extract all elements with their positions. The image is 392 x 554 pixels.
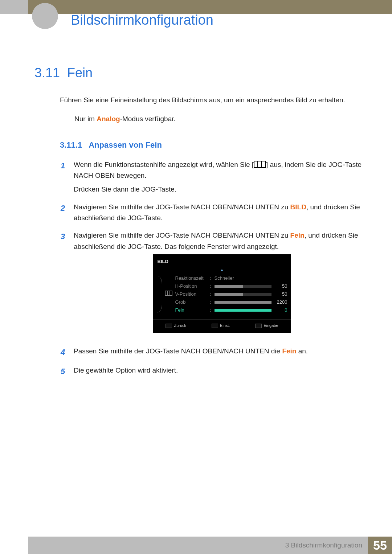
footer-chapter-ref: 3 Bildschirmkonfiguration: [285, 541, 362, 549]
osd-row-label: V-Position: [175, 291, 208, 298]
step: 3Navigieren Sie mithilfe der JOG-Taste N…: [61, 230, 370, 339]
emphasis: Fein: [282, 347, 296, 355]
osd-row: V-Position:50: [175, 290, 287, 298]
osd-footer-enter: Eingabe: [255, 323, 278, 329]
chapter-title: Bildschirmkonfiguration: [71, 12, 213, 28]
osd-row-value: 50: [274, 291, 287, 298]
step-body: Die gewählte Option wird aktiviert.: [74, 365, 370, 378]
osd-row-label: Fein: [175, 307, 208, 314]
osd-row-label: H-Position: [175, 283, 208, 290]
osd-row: H-Position:50: [175, 282, 287, 290]
content: 3.11 Fein Führen Sie eine Feineinstellun…: [34, 65, 370, 384]
osd-row-value: 0: [274, 307, 287, 314]
slider-track: [215, 285, 271, 288]
step-number: 1: [61, 159, 67, 195]
osd-slider: 50: [215, 283, 287, 290]
steps-list: 1Wenn die Funktionstastenhilfe angezeigt…: [61, 159, 370, 378]
footer-page-number: 55: [368, 537, 392, 554]
osd-slider: 0: [215, 307, 287, 314]
note: Nur im Analog-Modus verfügbar.: [74, 115, 370, 123]
step-number: 3: [61, 230, 67, 339]
step-body: Navigieren Sie mithilfe der JOG-Taste NA…: [74, 230, 370, 339]
menu-icon: [165, 291, 172, 296]
subsection-heading: 3.11.1 Anpassen von Fein: [60, 140, 370, 150]
page-footer: 3 Bildschirmkonfiguration 55: [0, 537, 392, 554]
osd-curve-decoration: [157, 276, 162, 313]
osd-footer-adjust: Einst.: [212, 323, 230, 329]
section-number: 3.11: [34, 65, 60, 81]
step-number: 5: [61, 365, 67, 378]
subsection-title: Anpassen von Fein: [89, 140, 162, 150]
header-bar: [0, 0, 392, 14]
osd-row: Reaktionszeit:Schneller: [175, 274, 287, 282]
menu-icon: [254, 161, 266, 168]
osd-row: Grob:2200: [175, 298, 287, 306]
osd-slider: 50: [215, 291, 287, 298]
step-body: Navigieren Sie mithilfe der JOG-Taste NA…: [74, 202, 370, 224]
osd-row-value: 50: [274, 283, 287, 290]
osd-footer-back: Zurück: [166, 323, 186, 329]
emphasis: Fein: [290, 231, 305, 239]
slider-track: [215, 301, 271, 304]
section-intro: Führen Sie eine Feineinstellung des Bild…: [60, 95, 370, 106]
osd-list: Reaktionszeit:SchnellerH-Position:50V-Po…: [175, 274, 287, 314]
osd-row: Fein:0: [175, 306, 287, 314]
note-suffix: -Modus verfügbar.: [120, 115, 176, 123]
emphasis: BILD: [290, 203, 306, 211]
step-number: 2: [61, 202, 67, 224]
step-body: Passen Sie mithilfe der JOG-Taste NACH O…: [74, 346, 370, 358]
step-number: 4: [61, 346, 67, 358]
step: 1Wenn die Funktionstastenhilfe angezeigt…: [61, 159, 370, 195]
step-body: Wenn die Funktionstastenhilfe angezeigt …: [74, 159, 370, 195]
subsection-number: 3.11.1: [60, 140, 82, 150]
step-extra: Drücken Sie dann die JOG-Taste.: [74, 184, 370, 195]
up-arrow-icon: ▲: [153, 267, 291, 273]
osd-row-value: 2200: [274, 299, 287, 306]
osd-row-label: Grob: [175, 299, 208, 306]
osd-screenshot: BILD▲Reaktionszeit:SchnellerH-Position:5…: [153, 254, 291, 332]
osd-row-value: Schneller: [215, 275, 234, 282]
chapter-badge: [32, 3, 58, 29]
note-mode: Analog: [97, 115, 120, 123]
slider-track: [215, 293, 271, 296]
slider-track: [215, 309, 271, 312]
section-title: Fein: [67, 65, 93, 81]
osd-title: BILD: [153, 257, 291, 266]
note-prefix: Nur im: [74, 115, 97, 123]
osd-category-icon: [165, 291, 172, 298]
step: 2Navigieren Sie mithilfe der JOG-Taste N…: [61, 202, 370, 224]
osd-slider: 2200: [215, 299, 287, 306]
osd-row-label: Reaktionszeit: [175, 275, 208, 282]
section-heading: 3.11 Fein: [34, 65, 370, 81]
step: 4Passen Sie mithilfe der JOG-Taste NACH …: [61, 346, 370, 358]
osd-footer: ZurückEinst.Eingabe: [153, 319, 291, 329]
step: 5Die gewählte Option wird aktiviert.: [61, 365, 370, 378]
